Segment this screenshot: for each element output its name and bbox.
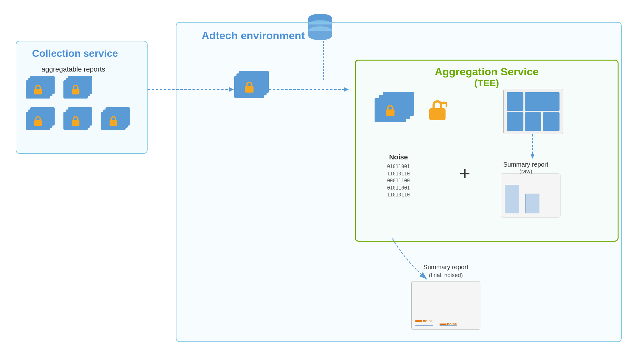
summary-report-raw-card <box>503 89 563 134</box>
report-doc-3 <box>26 107 56 130</box>
noise-section: Noise 01011001 11010110 00011100 0101100… <box>387 153 410 199</box>
svg-rect-10 <box>72 120 79 126</box>
final-bar-chart: noise noise <box>411 281 480 330</box>
svg-marker-13 <box>229 87 234 92</box>
svg-rect-11 <box>110 120 117 126</box>
diag-arrow-to-final <box>374 235 449 286</box>
collection-service-box: Collection service aggregatable reports <box>16 41 148 154</box>
raw-bar-chart <box>501 174 560 217</box>
report-doc-5 <box>101 107 131 130</box>
svg-marker-20 <box>530 154 535 159</box>
report-doc-2 <box>63 76 93 99</box>
svg-marker-16 <box>344 87 349 92</box>
middle-bundle <box>234 71 269 99</box>
reports-grid <box>26 76 136 136</box>
svg-rect-7 <box>34 89 42 94</box>
svg-rect-18 <box>429 108 446 120</box>
aggregatable-reports-label: aggregatable reports <box>41 65 105 73</box>
aggregation-service-label: Aggregation Service (TEE) <box>356 61 618 88</box>
summary-report-raw-label: Summary report (raw) <box>503 161 548 175</box>
adtech-env-label: Adtech environment <box>202 29 305 42</box>
collection-service-label: Collection service <box>32 48 118 59</box>
svg-rect-8 <box>72 89 79 94</box>
diagram-container: Adtech environment Collection service ag… <box>9 9 631 355</box>
vert-line-db <box>319 41 328 82</box>
vert-arrow-to-raw <box>528 134 537 159</box>
aggregation-service-box: Aggregation Service (TEE) <box>355 60 619 242</box>
report-doc-1 <box>26 76 56 99</box>
svg-rect-14 <box>245 86 254 93</box>
svg-rect-17 <box>386 110 395 116</box>
tee-input-bundle <box>375 92 415 123</box>
arrow-bundle-to-tee <box>269 85 350 94</box>
open-lock-icon <box>428 98 447 121</box>
arrow-collection-to-bundle <box>148 85 235 94</box>
svg-rect-9 <box>34 120 42 126</box>
plus-sign: + <box>459 164 470 183</box>
report-doc-4 <box>63 107 93 130</box>
